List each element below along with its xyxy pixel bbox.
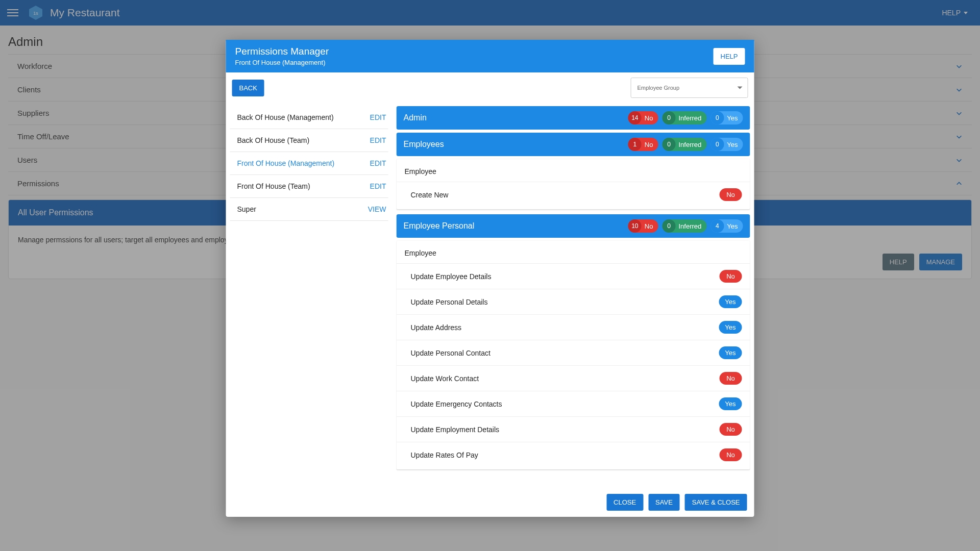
permission-subheading: Employee <box>397 243 750 263</box>
permission-name: Update Emergency Contacts <box>411 400 719 408</box>
permission-section-header[interactable]: Admin 14No 0Inferred 0Yes <box>397 106 750 130</box>
back-button[interactable]: BACK <box>232 80 264 96</box>
group-list-item[interactable]: Front Of House (Team) EDIT <box>230 175 388 198</box>
permission-toggle-no[interactable]: No <box>720 448 742 461</box>
count-yes-pill: 4Yes <box>710 219 743 233</box>
group-list-item[interactable]: Front Of House (Management) EDIT <box>230 152 388 175</box>
permission-row: Update Emergency Contacts Yes <box>397 391 750 416</box>
group-list-item[interactable]: Back Of House (Team) EDIT <box>230 129 388 152</box>
group-list-item[interactable]: Super VIEW <box>230 198 388 221</box>
section-name: Employees <box>404 140 624 149</box>
permission-row: Update Personal Details Yes <box>397 289 750 314</box>
group-edit-link[interactable]: EDIT <box>370 136 386 144</box>
employee-group-select[interactable]: Employee Group <box>631 78 748 98</box>
permission-block: Employee Create New No <box>397 159 750 209</box>
count-inferred-pill: 0Inferred <box>662 138 706 151</box>
permission-toggle-yes[interactable]: Yes <box>719 346 742 359</box>
modal-footer: CLOSE SAVE SAVE & CLOSE <box>226 488 754 517</box>
permission-name: Update Address <box>411 323 719 332</box>
group-name: Back Of House (Management) <box>237 113 370 121</box>
count-yes-pill: 0Yes <box>710 138 743 151</box>
permission-toggle-no[interactable]: No <box>720 270 742 283</box>
permission-subheading: Employee <box>397 161 750 182</box>
permission-toggle-no[interactable]: No <box>720 188 742 201</box>
close-button[interactable]: CLOSE <box>606 494 643 511</box>
permission-row: Update Employee Details No <box>397 263 750 289</box>
permission-toggle-yes[interactable]: Yes <box>719 295 742 308</box>
modal-subtitle: Front Of House (Management) <box>235 59 714 66</box>
permission-name: Update Personal Details <box>411 298 719 306</box>
group-view-link[interactable]: VIEW <box>368 205 386 213</box>
modal-help-button[interactable]: HELP <box>714 48 745 65</box>
group-name: Front Of House (Management) <box>237 159 370 167</box>
permission-row: Update Work Contact No <box>397 365 750 391</box>
group-name: Back Of House (Team) <box>237 136 370 144</box>
section-name: Admin <box>404 113 624 122</box>
permission-row: Update Address Yes <box>397 314 750 340</box>
permission-block: Employee Update Employee Details No Upda… <box>397 241 750 469</box>
permission-toggle-no[interactable]: No <box>720 372 742 385</box>
permission-row: Update Employment Details No <box>397 416 750 442</box>
group-edit-link[interactable]: EDIT <box>370 113 386 121</box>
group-edit-link[interactable]: EDIT <box>370 159 386 167</box>
count-inferred-pill: 0Inferred <box>662 111 706 124</box>
permission-toggle-no[interactable]: No <box>720 423 742 436</box>
permission-row: Update Rates Of Pay No <box>397 442 750 467</box>
permissions-modal: Permissions Manager Front Of House (Mana… <box>226 40 754 517</box>
permission-name: Create New <box>411 191 720 199</box>
save-and-close-button[interactable]: SAVE & CLOSE <box>685 494 747 511</box>
permission-name: Update Employee Details <box>411 272 720 281</box>
count-no-pill: 10No <box>628 219 658 233</box>
count-no-pill: 1No <box>628 138 658 151</box>
permission-row: Update Personal Contact Yes <box>397 340 750 365</box>
group-edit-link[interactable]: EDIT <box>370 182 386 190</box>
section-name: Employee Personal <box>404 221 624 231</box>
permission-toggle-yes[interactable]: Yes <box>719 321 742 334</box>
count-yes-pill: 0Yes <box>710 111 743 124</box>
count-no-pill: 14No <box>628 111 658 124</box>
permission-toggle-yes[interactable]: Yes <box>719 397 742 410</box>
count-inferred-pill: 0Inferred <box>662 219 706 233</box>
permission-section-header[interactable]: Employee Personal 10No 0Inferred 4Yes <box>397 214 750 238</box>
permission-name: Update Personal Contact <box>411 349 719 357</box>
permission-name: Update Work Contact <box>411 374 720 383</box>
employee-group-label: Employee Group <box>638 85 680 91</box>
modal-title: Permissions Manager <box>235 46 714 57</box>
permission-section-header[interactable]: Employees 1No 0Inferred 0Yes <box>397 133 750 156</box>
modal-toolbar: BACK Employee Group <box>226 72 754 103</box>
permission-name: Update Rates Of Pay <box>411 451 720 459</box>
permission-name: Update Employment Details <box>411 425 720 434</box>
save-button[interactable]: SAVE <box>648 494 680 511</box>
modal-header: Permissions Manager Front Of House (Mana… <box>226 40 754 72</box>
permission-row: Create New No <box>397 182 750 207</box>
group-list-item[interactable]: Back Of House (Management) EDIT <box>230 106 388 129</box>
group-name: Front Of House (Team) <box>237 182 370 190</box>
chevron-down-icon <box>738 87 743 89</box>
group-name: Super <box>237 205 368 213</box>
